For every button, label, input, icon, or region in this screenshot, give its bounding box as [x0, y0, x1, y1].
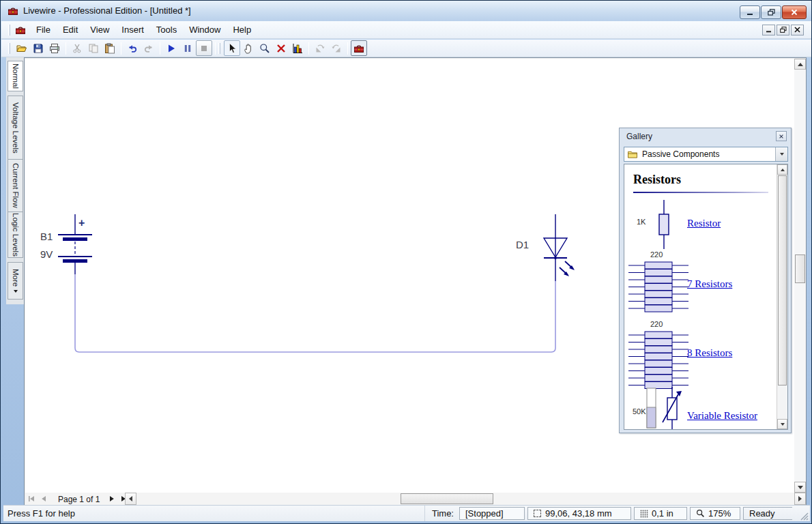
next-page-icon: [108, 495, 115, 502]
component-value: 220: [650, 320, 663, 328]
variable-resistor-icon[interactable]: [645, 387, 683, 430]
menu-edit[interactable]: Edit: [57, 22, 84, 38]
copy-button[interactable]: [85, 40, 102, 56]
scroll-right-button[interactable]: [794, 493, 806, 505]
gallery-close-button[interactable]: [776, 131, 787, 141]
run-button[interactable]: [163, 40, 179, 56]
window-close-button[interactable]: [782, 5, 807, 19]
menu-tools[interactable]: Tools: [150, 22, 183, 38]
next-page-button[interactable]: [107, 495, 117, 503]
rotate-right-icon: [331, 43, 342, 54]
tab-voltage-levels[interactable]: Voltage Levels: [8, 96, 23, 160]
led-component[interactable]: [544, 214, 575, 281]
open-button[interactable]: [14, 40, 30, 56]
tab-logic-levels[interactable]: Logic Levels: [8, 212, 23, 258]
paste-clipboard-icon: [104, 43, 115, 54]
window-minimize-button[interactable]: [740, 5, 760, 19]
component-category-select[interactable]: Passive Components: [624, 147, 788, 162]
gallery-link-variable-resistor[interactable]: Variable Resistor: [687, 410, 757, 422]
previous-page-button[interactable]: [39, 495, 48, 503]
print-button[interactable]: [46, 40, 63, 56]
scroll-down-button[interactable]: [794, 482, 806, 493]
scroll-down-button[interactable]: [777, 419, 787, 429]
pan-tool-button[interactable]: [240, 40, 257, 56]
save-button[interactable]: [30, 40, 46, 56]
horizontal-scroll-thumb[interactable]: [401, 493, 493, 504]
tab-current-flow[interactable]: Current Flow: [8, 159, 23, 212]
pause-button[interactable]: [179, 40, 196, 56]
rotate-left-button[interactable]: [312, 40, 328, 56]
vertical-scrollbar[interactable]: [794, 59, 806, 493]
magnifier-icon: [696, 509, 705, 518]
select-tool-button[interactable]: [224, 40, 240, 56]
stop-icon: [199, 43, 209, 54]
toolbar-grip[interactable]: [218, 43, 220, 54]
scroll-left-button[interactable]: [125, 493, 136, 505]
ready-state-box: Ready: [743, 507, 792, 520]
wire[interactable]: [75, 274, 555, 352]
gallery-scrollbar[interactable]: [777, 164, 787, 429]
title-bar: Livewire - Professional Edition - [Untit…: [1, 1, 812, 21]
tab-voltage-label: Voltage Levels: [12, 102, 20, 154]
child-restore-button[interactable]: [777, 25, 789, 35]
delete-tool-button[interactable]: [273, 40, 289, 56]
menu-file[interactable]: File: [30, 22, 57, 38]
menubar-grip[interactable]: [8, 25, 10, 35]
time-label: Time:: [425, 508, 459, 519]
undo-button[interactable]: [124, 40, 141, 56]
paste-button[interactable]: [102, 40, 118, 56]
arrow-up-icon: [781, 169, 785, 171]
document-icon[interactable]: [15, 25, 26, 35]
first-page-button[interactable]: [27, 495, 36, 503]
gallery-toggle-button[interactable]: [351, 40, 367, 56]
tab-more[interactable]: More: [8, 262, 23, 300]
grid-size-box: 0,1 in: [634, 507, 687, 520]
component-value: 1K: [637, 218, 646, 226]
menu-insert[interactable]: Insert: [115, 22, 150, 38]
ready-state: Ready: [749, 508, 775, 519]
vertical-scroll-thumb[interactable]: [795, 254, 805, 283]
bar-graph-icon: [292, 43, 303, 54]
gallery-link-7-resistors[interactable]: 7 Resistors: [687, 278, 732, 290]
gallery-link-8-resistors[interactable]: 8 Resistors: [687, 347, 732, 359]
battery-component[interactable]: [58, 214, 92, 274]
arrow-down-icon: [781, 423, 785, 426]
menu-bar: File Edit View Insert Tools Window Help: [1, 21, 812, 39]
resistor-array-8-icon[interactable]: [628, 330, 688, 390]
dropdown-arrow-button[interactable]: [775, 147, 787, 161]
window-restore-button[interactable]: [761, 5, 781, 19]
undo-arrow-icon: [127, 43, 138, 54]
resistor-icon[interactable]: [650, 200, 678, 249]
child-minimize-button[interactable]: [762, 25, 775, 35]
toolbar-grip[interactable]: [8, 43, 10, 54]
zoom-tool-button[interactable]: [257, 40, 273, 56]
scroll-up-button[interactable]: [777, 164, 787, 175]
gallery-link-resistor[interactable]: Resistor: [687, 218, 721, 229]
menu-view[interactable]: View: [84, 22, 115, 38]
delete-x-icon: [276, 43, 287, 54]
gallery-title: Gallery: [626, 132, 652, 141]
gallery-panel: Gallery Passive Components Resistors 1K …: [619, 128, 792, 433]
app-logo-icon: [8, 5, 18, 16]
resistor-array-7-icon[interactable]: [628, 260, 688, 313]
resize-grip[interactable]: [798, 510, 809, 521]
folder-icon: [627, 150, 638, 159]
floppy-save-icon: [33, 43, 44, 54]
heading-rule: [633, 192, 768, 193]
tab-normal[interactable]: Normal: [8, 61, 23, 91]
toolbar-separator: [66, 42, 66, 55]
stop-button[interactable]: [196, 40, 212, 56]
arrow-up-icon: [798, 63, 803, 66]
redo-button[interactable]: [141, 40, 157, 56]
window-title: Livewire - Professional Edition - [Untit…: [23, 5, 191, 16]
menu-window[interactable]: Window: [183, 22, 227, 38]
graph-button[interactable]: [289, 40, 306, 56]
rotate-right-button[interactable]: [328, 40, 345, 56]
cut-button[interactable]: [69, 40, 85, 56]
battery-value-label: 9V: [40, 248, 53, 260]
gallery-scroll-thumb[interactable]: [778, 175, 787, 385]
menu-help[interactable]: Help: [227, 22, 257, 38]
scroll-up-button[interactable]: [794, 59, 806, 70]
child-close-button[interactable]: [791, 25, 804, 35]
zoom-level: 175%: [708, 508, 731, 519]
